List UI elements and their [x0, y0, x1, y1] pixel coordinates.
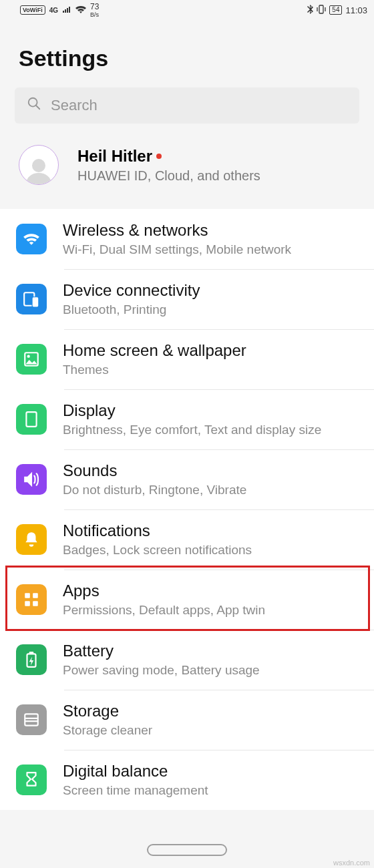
item-subtitle: Power saving mode, Battery usage [63, 663, 260, 678]
navigation-pill[interactable] [147, 844, 227, 856]
account-subtitle: HUAWEI ID, Cloud, and others [77, 168, 260, 184]
bell-icon [16, 524, 47, 555]
avatar [19, 145, 59, 185]
item-subtitle: Brightness, Eye comfort, Text and displa… [63, 423, 321, 437]
settings-item-wireless-networks[interactable]: Wireless & networksWi-Fi, Dual SIM setti… [0, 209, 374, 269]
settings-item-apps[interactable]: AppsPermissions, Default apps, App twin [0, 570, 374, 630]
item-label: Notifications [63, 521, 252, 540]
item-text: Wireless & networksWi-Fi, Dual SIM setti… [63, 221, 291, 257]
settings-item-notifications[interactable]: NotificationsBadges, Lock screen notific… [0, 509, 374, 570]
item-label: Storage [63, 702, 152, 720]
item-subtitle: Storage cleaner [63, 723, 152, 738]
item-subtitle: Permissions, Default apps, App twin [63, 603, 265, 618]
clock: 11:03 [345, 5, 367, 15]
item-label: Battery [63, 642, 260, 660]
hourglass-icon [16, 765, 47, 795]
search-icon [27, 96, 41, 115]
item-subtitle: Bluetooth, Printing [63, 302, 200, 317]
item-label: Display [63, 401, 321, 420]
wifi-icon [16, 224, 47, 254]
battery-icon [16, 644, 47, 675]
item-subtitle: Screen time management [63, 783, 208, 798]
search-input[interactable]: Search [15, 87, 359, 124]
item-subtitle: Badges, Lock screen notifications [63, 543, 252, 558]
search-placeholder: Search [51, 97, 98, 114]
status-left: VoWiFi 4G 73B/s [20, 3, 99, 18]
svg-rect-14 [29, 652, 34, 654]
settings-item-sounds[interactable]: SoundsDo not disturb, Ringtone, Vibrate [0, 449, 374, 509]
svg-point-7 [27, 355, 30, 358]
item-label: Digital balance [63, 762, 208, 781]
item-text: BatteryPower saving mode, Battery usage [63, 642, 260, 678]
settings-item-display[interactable]: DisplayBrightness, Eye comfort, Text and… [0, 389, 374, 449]
bluetooth-icon [307, 5, 313, 16]
item-label: Sounds [63, 461, 246, 480]
svg-line-2 [36, 105, 40, 110]
svg-point-3 [32, 159, 45, 172]
item-label: Device connectivity [63, 281, 200, 300]
vibrate-icon [317, 5, 326, 16]
status-bar: VoWiFi 4G 73B/s 54 11:03 [0, 0, 374, 20]
vowifi-indicator: VoWiFi [20, 5, 45, 15]
status-right: 54 11:03 [307, 5, 367, 16]
account-text: Heil Hitler HUAWEI ID, Cloud, and others [77, 147, 260, 184]
settings-list: Wireless & networksWi-Fi, Dual SIM setti… [0, 209, 374, 810]
svg-rect-15 [25, 714, 38, 725]
sound-icon [16, 464, 47, 495]
item-text: DisplayBrightness, Eye comfort, Text and… [63, 401, 321, 437]
storage-icon [16, 704, 47, 735]
settings-item-battery[interactable]: BatteryPower saving mode, Battery usage [0, 630, 374, 690]
svg-rect-9 [25, 593, 30, 598]
network-speed: 73B/s [90, 3, 99, 18]
item-text: Digital balanceScreen time management [63, 762, 208, 798]
item-subtitle: Do not disturb, Ringtone, Vibrate [63, 483, 246, 497]
network-gen-icon: 4G [49, 7, 58, 14]
item-text: SoundsDo not disturb, Ringtone, Vibrate [63, 461, 246, 497]
battery-indicator: 54 [329, 5, 342, 15]
wifi-status-icon [75, 5, 86, 15]
display-icon [16, 404, 47, 435]
svg-rect-8 [26, 412, 36, 427]
item-label: Apps [63, 582, 265, 600]
svg-rect-11 [25, 601, 30, 606]
watermark: wsxdn.com [333, 859, 370, 867]
svg-rect-0 [319, 5, 323, 13]
item-subtitle: Wi-Fi, Dual SIM settings, Mobile network [63, 242, 291, 257]
item-text: Home screen & wallpaperThemes [63, 341, 246, 377]
account-name: Heil Hitler [77, 147, 152, 166]
settings-item-storage[interactable]: StorageStorage cleaner [0, 690, 374, 750]
item-text: StorageStorage cleaner [63, 702, 152, 738]
svg-rect-10 [33, 593, 38, 598]
notification-dot-icon [156, 154, 162, 159]
item-subtitle: Themes [63, 363, 246, 377]
svg-rect-5 [32, 297, 39, 307]
item-label: Home screen & wallpaper [63, 341, 246, 360]
device-icon [16, 284, 47, 314]
settings-item-device-connectivity[interactable]: Device connectivityBluetooth, Printing [0, 269, 374, 329]
signal-icon [62, 5, 71, 15]
apps-icon [16, 584, 47, 615]
account-row[interactable]: Heil Hitler HUAWEI ID, Cloud, and others [0, 132, 374, 202]
settings-item-home-screen-wallpaper[interactable]: Home screen & wallpaperThemes [0, 329, 374, 389]
item-text: AppsPermissions, Default apps, App twin [63, 582, 265, 618]
settings-item-digital-balance[interactable]: Digital balanceScreen time management [0, 750, 374, 810]
item-text: Device connectivityBluetooth, Printing [63, 281, 200, 317]
wallpaper-icon [16, 344, 47, 375]
page-title: Settings [0, 20, 374, 87]
item-text: NotificationsBadges, Lock screen notific… [63, 521, 252, 558]
svg-rect-12 [33, 601, 38, 606]
item-label: Wireless & networks [63, 221, 291, 240]
